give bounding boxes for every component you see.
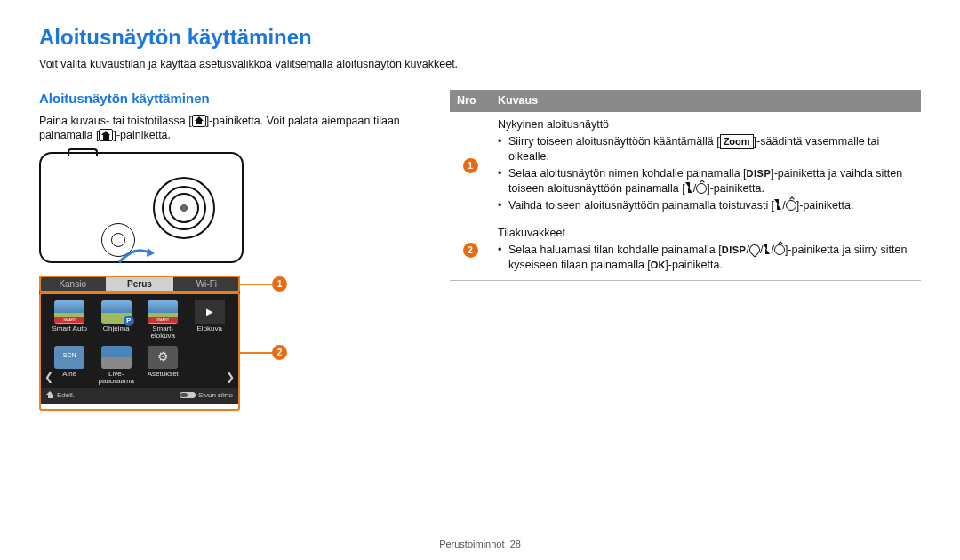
footer-back-label: Edell. bbox=[57, 391, 75, 399]
table-row: 1 Nykyinen aloitusnäyttö Siirry toiseen … bbox=[450, 112, 921, 220]
callout-leader-1 bbox=[240, 284, 272, 285]
disp-icon: DISP bbox=[722, 244, 747, 257]
mode-aihe-icon bbox=[54, 346, 84, 369]
tab-wifi[interactable]: Wi-Fi bbox=[173, 276, 240, 293]
th-nro: Nro bbox=[450, 90, 491, 112]
home-footer-bar: Edell. Sivun siirto bbox=[39, 388, 240, 404]
mode-smart-elokuva[interactable]: Smart- elokuva bbox=[141, 300, 185, 340]
footer-section: Perustoiminnot bbox=[439, 539, 504, 549]
home-tabs: Kansio Perus Wi-Fi bbox=[39, 276, 240, 293]
timer-icon bbox=[786, 200, 796, 211]
disp-icon: DISP bbox=[747, 167, 772, 180]
mode-grid: Smart Auto Ohjelma Smart- elokuva Elokuv… bbox=[39, 293, 240, 389]
ok-icon: OK bbox=[651, 259, 666, 272]
row2-bullet-1: Selaa haluamasi tilan kohdalle painamall… bbox=[498, 243, 914, 273]
mode-live-panoraama-icon bbox=[101, 346, 132, 369]
page-left-arrow[interactable]: ❮ bbox=[44, 370, 53, 384]
flash-icon bbox=[774, 199, 782, 211]
row1-b3b: ]-painiketta. bbox=[796, 199, 854, 212]
mode-asetukset[interactable]: Asetukset bbox=[141, 346, 185, 386]
home-screen-panel: Kansio Perus Wi-Fi Smart Auto Ohjelma bbox=[39, 276, 240, 404]
row1-bullet-1: Siirry toiseen aloitusnäyttöön kääntämäl… bbox=[498, 134, 914, 164]
footer-scroll[interactable]: Sivun siirto bbox=[180, 391, 233, 401]
camera-lens bbox=[153, 177, 215, 239]
home-icon bbox=[99, 129, 113, 141]
callout-leader-2 bbox=[240, 352, 272, 354]
macro-icon bbox=[747, 243, 762, 258]
flash-icon bbox=[685, 182, 693, 194]
intro-text-a: Paina kuvaus- tai toistotilassa [ bbox=[39, 115, 192, 127]
footer-scroll-label: Sivun siirto bbox=[198, 391, 233, 399]
mode-ohjelma-label: Ohjelma bbox=[95, 325, 139, 332]
home-icon-small bbox=[46, 391, 54, 398]
mode-asetukset-icon bbox=[148, 346, 178, 369]
mode-elokuva-label: Elokuva bbox=[188, 325, 232, 332]
mode-aihe-label: Aihe bbox=[48, 371, 92, 378]
row2-title: Tilakuvakkeet bbox=[498, 226, 914, 241]
mode-elokuva-icon bbox=[195, 300, 225, 324]
mode-aihe[interactable]: Aihe bbox=[48, 346, 92, 386]
th-kuvaus: Kuvaus bbox=[491, 90, 921, 112]
intro-paragraph: Paina kuvaus- tai toistotilassa []-paini… bbox=[39, 114, 421, 144]
mode-live-panoraama[interactable]: Live- panoraama bbox=[95, 346, 139, 386]
row1-b1a: Siirry toiseen aloitusnäyttöön kääntämäl… bbox=[508, 135, 720, 148]
row2-b1c: ]-painiketta. bbox=[665, 259, 723, 271]
home-icon bbox=[192, 115, 206, 127]
timer-icon bbox=[696, 183, 707, 194]
page-title: Aloitusnäytön käyttäminen bbox=[39, 23, 921, 52]
row1-b3a: Vaihda toiseen aloitusnäyttöön painamall… bbox=[508, 199, 774, 212]
mode-smart-elokuva-icon bbox=[148, 300, 178, 324]
row1-title: Nykyinen aloitusnäyttö bbox=[498, 117, 914, 132]
mode-elokuva[interactable]: Elokuva bbox=[188, 300, 232, 340]
camera-illustration bbox=[39, 152, 244, 263]
table-row: 2 Tilakuvakkeet Selaa haluamasi tilan ko… bbox=[450, 220, 921, 281]
callout-badge-2: 2 bbox=[272, 345, 287, 360]
page-right-arrow[interactable]: ❯ bbox=[226, 370, 235, 384]
page-subtitle: Voit valita kuvaustilan ja käyttää asetu… bbox=[39, 57, 921, 72]
intro-text-c: ]-painiketta. bbox=[113, 129, 171, 141]
section-heading: Aloitusnäytön käyttäminen bbox=[39, 90, 421, 108]
description-table: Nro Kuvaus 1 Nykyinen aloitusnäyttö Siir… bbox=[450, 90, 921, 281]
mode-ohjelma-icon bbox=[101, 300, 132, 324]
mode-smart-auto-label: Smart Auto bbox=[48, 325, 92, 332]
mode-smart-auto[interactable]: Smart Auto bbox=[48, 300, 92, 340]
row1-bullet-2: Selaa aloitusnäytön nimen kohdalle paina… bbox=[498, 166, 914, 196]
zoom-label-icon: Zoom bbox=[720, 134, 754, 149]
page-footer: Perustoiminnot 28 bbox=[0, 538, 960, 551]
row1-b2a: Selaa aloitusnäytön nimen kohdalle paina… bbox=[508, 167, 747, 180]
timer-icon bbox=[774, 244, 785, 255]
callout-badge-1: 1 bbox=[272, 276, 287, 292]
footer-back[interactable]: Edell. bbox=[46, 391, 75, 401]
mode-smart-elokuva-label: Smart- elokuva bbox=[141, 325, 185, 340]
footer-page-number: 28 bbox=[510, 539, 521, 549]
mode-asetukset-label: Asetukset bbox=[141, 371, 185, 378]
row-badge-1: 1 bbox=[463, 158, 478, 173]
press-arrow-hint bbox=[117, 248, 155, 264]
row1-b2c: ]-painiketta. bbox=[707, 182, 764, 195]
mode-ohjelma[interactable]: Ohjelma bbox=[95, 300, 139, 340]
row1-bullet-3: Vaihda toiseen aloitusnäyttöön painamall… bbox=[498, 198, 914, 213]
flash-icon bbox=[763, 244, 771, 255]
tab-kansio[interactable]: Kansio bbox=[39, 276, 106, 293]
tab-perus[interactable]: Perus bbox=[106, 276, 172, 293]
zoom-pill-icon bbox=[180, 392, 196, 398]
row2-b1a: Selaa haluamasi tilan kohdalle painamall… bbox=[508, 244, 722, 256]
home-screen-example: 1 2 Kansio Perus Wi-Fi Smart Auto Ohjelm… bbox=[39, 276, 281, 404]
mode-live-panoraama-label: Live- panoraama bbox=[95, 371, 139, 386]
mode-smart-auto-icon bbox=[54, 300, 84, 324]
row-badge-2: 2 bbox=[463, 243, 478, 258]
